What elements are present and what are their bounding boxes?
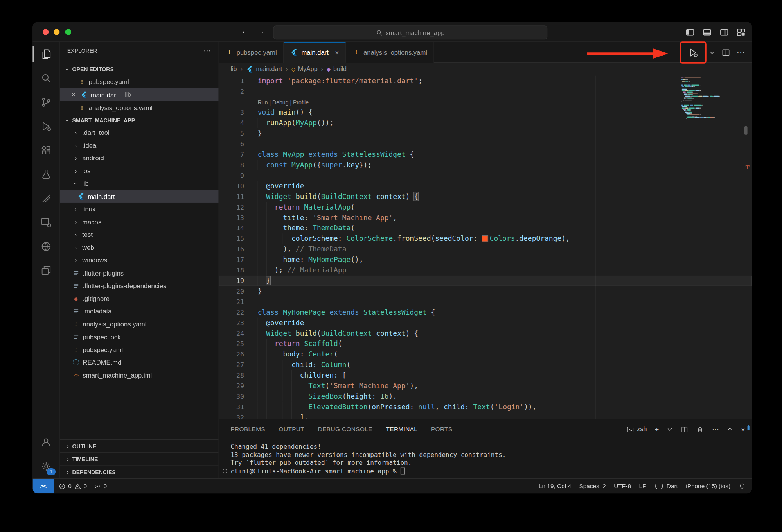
open-editors-header[interactable]: › OPEN EDITORS	[60, 63, 219, 75]
tree-item-.gitignore[interactable]: ◆.gitignore	[60, 292, 219, 305]
tree-item-macos[interactable]: ›macos	[60, 216, 219, 229]
run-or-debug-button[interactable]	[688, 47, 699, 58]
close-tab-icon[interactable]: ×	[335, 48, 339, 56]
code-line-7[interactable]: 7class MyApp extends StatelessWidget {	[219, 149, 752, 160]
tree-item-pubspec.yaml[interactable]: !pubspec.yaml	[60, 343, 219, 356]
minimap[interactable]	[681, 77, 723, 147]
code-line-16[interactable]: 16 ), // ThemeData	[219, 244, 752, 254]
command-center-search[interactable]: smart_machine_app	[273, 25, 547, 39]
tree-item-analysis_options.yaml[interactable]: !analysis_options.yaml	[60, 318, 219, 331]
close-icon[interactable]: ×	[70, 91, 77, 98]
tree-item-.flutter-plugins[interactable]: .flutter-plugins	[60, 267, 219, 279]
code-line-31[interactable]: 31 ElevatedButton(onPressed: null, child…	[219, 402, 752, 412]
code-line-28[interactable]: 28 children: [	[219, 370, 752, 381]
code-line-21[interactable]: 21	[219, 297, 752, 307]
ports-status[interactable]: 0	[94, 483, 107, 490]
terminal-prompt[interactable]: clint@Clints-MacBook-Air smart_machine_a…	[230, 467, 752, 475]
scrollbar-slider[interactable]	[744, 126, 748, 135]
tree-item-test[interactable]: ›test	[60, 228, 219, 241]
section-timeline[interactable]: ›TIMELINE	[60, 452, 219, 465]
terminal-shell-tab[interactable]: zsh	[626, 426, 647, 433]
eol-status[interactable]: LF	[639, 483, 646, 490]
customize-layout-icon[interactable]	[736, 27, 746, 37]
notifications-bell[interactable]	[739, 482, 746, 490]
terminal-output[interactable]: Changed 41 dependencies!13 packages have…	[219, 439, 752, 478]
activity-item-flutter[interactable]	[32, 186, 59, 211]
explorer-more-actions-icon[interactable]: ⋯	[203, 46, 212, 55]
activity-item-run-debug[interactable]	[32, 114, 59, 138]
code-line-20[interactable]: 20}	[219, 286, 752, 297]
tab-main.dart[interactable]: main.dart×	[284, 42, 346, 63]
breadcrumb-item-build[interactable]: ◆build	[327, 66, 347, 73]
activity-item-extensions[interactable]	[32, 138, 59, 163]
panel-more-actions-icon[interactable]: ⋯	[712, 425, 719, 433]
activity-item-search[interactable]	[32, 66, 59, 90]
tree-item-.metadata[interactable]: .metadata	[60, 305, 219, 318]
activity-item-remote-explorer[interactable]	[32, 210, 59, 235]
code-line-8[interactable]: 8 const MyApp({super.key});	[219, 160, 752, 170]
activity-item-explorer[interactable]	[32, 42, 59, 66]
toggle-secondary-sidebar-icon[interactable]	[719, 27, 729, 37]
cursor-position-status[interactable]: Ln 19, Col 4	[539, 483, 571, 490]
open-editor-pubspec.yaml[interactable]: !pubspec.yaml	[60, 75, 219, 88]
activity-item-testing[interactable]	[32, 162, 59, 186]
code-line-19[interactable]: 19 }	[219, 276, 752, 286]
zoom-window-button[interactable]	[65, 29, 71, 35]
new-terminal-button[interactable]: +	[655, 425, 659, 433]
language-mode-status[interactable]: { }Dart	[654, 483, 678, 490]
code-line-29[interactable]: 29 Text('Smart Machine App'),	[219, 381, 752, 391]
open-editor-analysis_options.yaml[interactable]: !analysis_options.yaml	[60, 101, 219, 114]
minimize-window-button[interactable]	[54, 29, 59, 35]
run-dropdown-icon[interactable]	[709, 49, 715, 56]
tree-item-.flutter-plugins-dependencies[interactable]: .flutter-plugins-dependencies	[60, 279, 219, 292]
back-button[interactable]: ←	[241, 26, 250, 36]
activity-item-globe[interactable]	[32, 235, 59, 259]
code-line-10[interactable]: 10 @override	[219, 181, 752, 192]
tab-analysis_options.yaml[interactable]: !analysis_options.yaml	[346, 42, 434, 63]
code-line-12[interactable]: 12 return MaterialApp(	[219, 202, 752, 212]
code-line-27[interactable]: 27 child: Column(	[219, 360, 752, 370]
code-line-25[interactable]: 25 return Scaffold(	[219, 339, 752, 349]
terminal-dropdown-icon[interactable]	[667, 426, 673, 432]
code-line-4[interactable]: 4 runApp(MyApp());	[219, 118, 752, 128]
tree-item-linux[interactable]: ›linux	[60, 203, 219, 216]
code-line-13[interactable]: 13 title: 'Smart Machine App',	[219, 212, 752, 223]
code-line-5[interactable]: 5}	[219, 128, 752, 139]
indentation-status[interactable]: Spaces: 2	[579, 483, 606, 490]
kill-terminal-icon[interactable]	[696, 426, 704, 433]
encoding-status[interactable]: UTF-8	[614, 483, 631, 490]
section-dependencies[interactable]: ›DEPENDENCIES	[60, 465, 219, 478]
tab-pubspec.yaml[interactable]: !pubspec.yaml	[219, 42, 284, 63]
code-line-23[interactable]: 23 @override	[219, 317, 752, 328]
code-line-6[interactable]: 6	[219, 139, 752, 149]
code-line-2[interactable]: 2	[219, 86, 752, 97]
open-editor-main.dart[interactable]: ×main.dartlib	[60, 88, 219, 101]
section-outline[interactable]: ›OUTLINE	[60, 439, 219, 452]
activity-item-source-control[interactable]	[32, 90, 59, 115]
device-selector-status[interactable]: iPhone (15) (ios)	[686, 483, 730, 490]
forward-button[interactable]: →	[257, 26, 265, 36]
tree-item-.dart_tool[interactable]: ›.dart_tool	[60, 126, 219, 139]
tree-item-android[interactable]: ›android	[60, 152, 219, 165]
toggle-primary-sidebar-icon[interactable]	[685, 27, 695, 37]
code-line-22[interactable]: 22class MyHomePage extends StatelessWidg…	[219, 307, 752, 318]
tree-item-windows[interactable]: ›windows	[60, 254, 219, 267]
codelens[interactable]: Run | Debug | Profile	[219, 97, 752, 107]
code-line-26[interactable]: 26 body: Center(	[219, 349, 752, 360]
close-panel-icon[interactable]: ×	[741, 426, 745, 433]
maximize-panel-icon[interactable]	[727, 426, 733, 432]
split-editor-icon[interactable]	[721, 48, 730, 57]
project-header[interactable]: › SMART_MACHINE_APP	[60, 114, 219, 126]
tree-item-ios[interactable]: ›ios	[60, 165, 219, 177]
code-line-30[interactable]: 30 SizedBox(height: 16),	[219, 391, 752, 402]
panel-tab-terminal[interactable]: TERMINAL	[386, 419, 417, 439]
breadcrumb-item-MyApp[interactable]: ◇MyApp	[291, 66, 317, 73]
activity-item-account[interactable]	[32, 430, 59, 455]
code-line-32[interactable]: 32 ],	[219, 412, 752, 419]
tree-item-lib[interactable]: ›lib	[60, 177, 219, 190]
activity-item-stacked-squares[interactable]	[32, 258, 59, 283]
code-line-24[interactable]: 24 Widget build(BuildContext context) {	[219, 328, 752, 339]
remote-indicator[interactable]: ><	[32, 479, 54, 493]
code-line-1[interactable]: 1import 'package:flutter/material.dart';	[219, 75, 752, 86]
panel-tab-ports[interactable]: PORTS	[431, 419, 453, 439]
